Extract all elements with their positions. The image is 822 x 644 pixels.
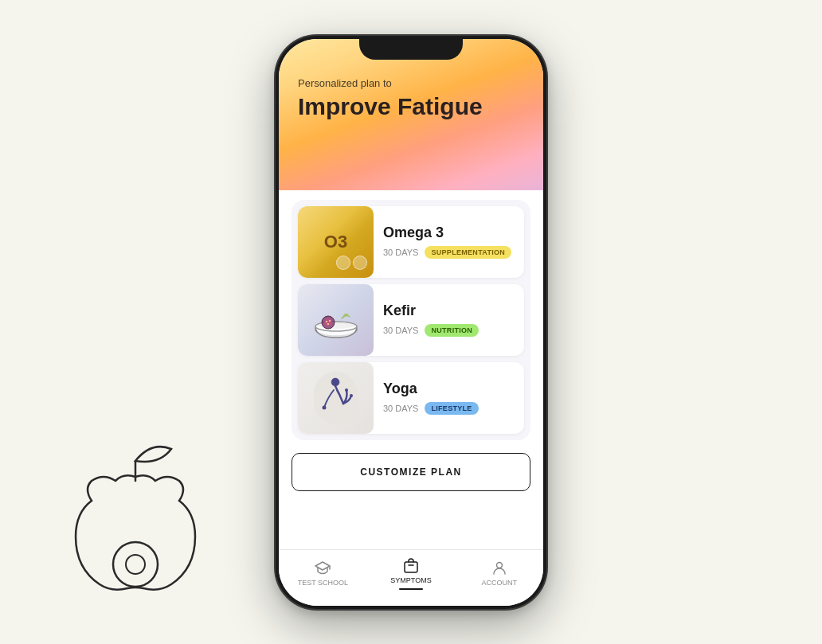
screen-body[interactable]: O3 Omega 3 30 DAYS SUPPLEMENT [279, 190, 543, 549]
svg-point-0 [113, 542, 158, 587]
omega3-meta: 30 DAYS SUPPLEMENTATION [383, 246, 515, 259]
kefir-info: Kefir 30 DAYS NUTRITION [374, 293, 524, 346]
omega3-badge: SUPPLEMENTATION [425, 246, 511, 259]
svg-point-9 [327, 323, 329, 325]
person-icon [491, 559, 508, 576]
svg-point-8 [329, 320, 331, 322]
svg-point-13 [345, 388, 348, 392]
svg-point-1 [126, 555, 145, 574]
kefir-bowl-svg [308, 296, 364, 344]
kefir-badge: NUTRITION [425, 324, 479, 337]
nav-label-account: ACCOUNT [481, 579, 517, 587]
svg-point-16 [496, 563, 502, 568]
svg-point-12 [323, 406, 327, 410]
nav-item-symptoms[interactable]: SYMPTOMS [367, 556, 456, 590]
nav-label-testschool: TEST SCHOOL [298, 579, 348, 587]
svg-rect-15 [405, 562, 417, 572]
omega3-days: 30 DAYS [383, 248, 418, 257]
kefir-days: 30 DAYS [383, 326, 418, 335]
apple-illustration [48, 437, 223, 612]
screen-header: Personalized plan to Improve Fatigue [279, 39, 543, 190]
yoga-name: Yoga [383, 381, 515, 397]
omega3-image: O3 [298, 206, 374, 278]
svg-point-14 [350, 394, 353, 397]
yoga-badge: LIFESTYLE [425, 402, 478, 415]
plan-card-kefir[interactable]: Kefir 30 DAYS NUTRITION [298, 284, 524, 356]
svg-point-7 [326, 321, 327, 322]
omega3-info: Omega 3 30 DAYS SUPPLEMENTATION [374, 215, 524, 268]
nav-item-testschool[interactable]: TEST SCHOOL [279, 559, 367, 587]
kefir-image [298, 284, 374, 356]
omega3-name: Omega 3 [383, 224, 515, 241]
header-subtitle: Personalized plan to [298, 77, 524, 89]
phone-screen: Personalized plan to Improve Fatigue O3 [279, 39, 543, 606]
nav-item-account[interactable]: ACCOUNT [455, 559, 543, 587]
omega3-decoration [336, 256, 367, 270]
phone-frame: Personalized plan to Improve Fatigue O3 [276, 36, 546, 609]
nav-active-indicator [399, 588, 423, 590]
yoga-meta: 30 DAYS LIFESTYLE [383, 402, 515, 415]
plan-card-omega3[interactable]: O3 Omega 3 30 DAYS SUPPLEMENT [298, 206, 524, 278]
yoga-figure-svg [310, 368, 362, 427]
kefir-meta: 30 DAYS NUTRITION [383, 324, 515, 337]
bottom-nav: TEST SCHOOL SYMPTOMS [279, 549, 543, 606]
scene: Personalized plan to Improve Fatigue O3 [0, 0, 822, 644]
screen-content: Personalized plan to Improve Fatigue O3 [279, 39, 543, 606]
svg-point-6 [324, 318, 332, 326]
graduation-cap-icon [314, 559, 331, 576]
customize-button[interactable]: CUSTOMIZE PLAN [292, 453, 530, 491]
kefir-name: Kefir [383, 302, 515, 319]
omega3-label: O3 [324, 232, 347, 252]
yoga-image [298, 362, 374, 434]
header-title: Improve Fatigue [298, 92, 524, 121]
yoga-info: Yoga 30 DAYS LIFESTYLE [374, 371, 524, 424]
nav-label-symptoms: SYMPTOMS [390, 576, 431, 584]
svg-point-11 [331, 378, 339, 386]
shopping-bag-icon [402, 556, 420, 574]
yoga-days: 30 DAYS [383, 404, 418, 413]
plan-card-yoga[interactable]: Yoga 30 DAYS LIFESTYLE [298, 362, 524, 434]
plan-cards-container: O3 Omega 3 30 DAYS SUPPLEMENT [292, 200, 530, 440]
phone-notch [359, 36, 463, 60]
